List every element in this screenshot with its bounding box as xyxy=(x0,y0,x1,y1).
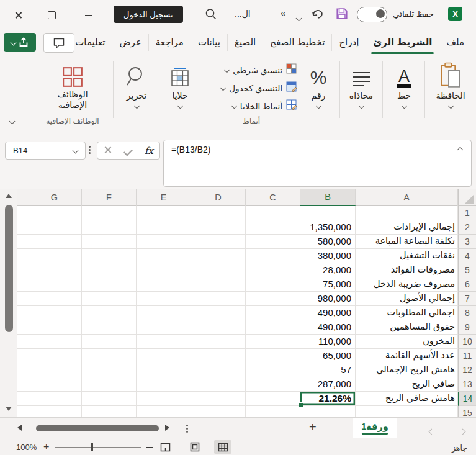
row-header-12[interactable]: 12 xyxy=(458,363,476,377)
cell-D7[interactable] xyxy=(191,292,246,306)
maximize-window-button[interactable] xyxy=(45,8,58,22)
cell-C14[interactable] xyxy=(246,392,300,406)
cell-F11[interactable] xyxy=(82,349,137,363)
row-header-11[interactable]: 11 xyxy=(458,349,476,363)
cell-G13[interactable] xyxy=(27,377,82,392)
cell-B15[interactable] xyxy=(300,406,356,417)
cell-A10[interactable]: المخزون xyxy=(356,335,458,349)
cell-G12[interactable] xyxy=(27,363,82,377)
cell-E6[interactable] xyxy=(137,277,191,292)
cell-G14[interactable] xyxy=(27,392,82,406)
cell-G15[interactable] xyxy=(27,406,82,417)
collapse-formula-bar-button[interactable] xyxy=(457,147,464,153)
cell-H15[interactable] xyxy=(17,406,27,417)
cell-A2[interactable]: إجمالي الإيرادات xyxy=(356,220,458,235)
ribbon-tab-7[interactable]: عرض xyxy=(112,34,148,51)
column-header-E[interactable]: E xyxy=(137,189,191,206)
page-layout-button[interactable] xyxy=(186,440,204,454)
cell-D11[interactable] xyxy=(191,349,246,363)
cell-A11[interactable]: عدد الأسهم القائمة xyxy=(356,349,458,363)
cell-H10[interactable] xyxy=(17,335,27,349)
cell-B5[interactable]: 28,000 xyxy=(300,263,356,277)
column-header-A[interactable]: A xyxy=(356,189,458,206)
undo-button[interactable] xyxy=(310,7,324,22)
select-all-button[interactable] xyxy=(458,189,476,206)
cell-G10[interactable] xyxy=(27,335,82,349)
sheet-tab[interactable]: ورقة1 xyxy=(353,418,397,438)
cell-C10[interactable] xyxy=(246,335,300,349)
cell-B3[interactable]: 580,000 xyxy=(300,235,356,249)
cell-E3[interactable] xyxy=(137,235,191,249)
cell-C4[interactable] xyxy=(246,249,300,263)
column-header-C[interactable]: C xyxy=(246,189,300,206)
cell-G1[interactable] xyxy=(27,206,82,220)
cell-B14[interactable]: 21.26% xyxy=(300,392,356,406)
sheet-options-dots[interactable] xyxy=(186,423,188,436)
cancel-button[interactable] xyxy=(104,145,112,156)
cell-A8[interactable]: اجمالي المطلوبات xyxy=(356,306,458,320)
cell-E12[interactable] xyxy=(137,363,191,377)
cell-F15[interactable] xyxy=(82,406,137,417)
document-title[interactable]: ال... xyxy=(235,9,251,19)
cell-H13[interactable] xyxy=(17,377,27,392)
cell-A12[interactable]: هامش الربح الإجمالي xyxy=(356,363,458,377)
cell-F3[interactable] xyxy=(82,235,137,249)
cell-G8[interactable] xyxy=(27,306,82,320)
cell-G5[interactable] xyxy=(27,263,82,277)
cell-B1[interactable] xyxy=(300,206,356,220)
cell-F9[interactable] xyxy=(82,320,137,335)
horizontal-scrollbar-thumb[interactable] xyxy=(36,425,159,431)
excel-app-icon[interactable]: X xyxy=(448,7,462,21)
page-break-preview-button[interactable] xyxy=(156,440,174,454)
cell-A4[interactable]: نفقات التشغيل xyxy=(356,249,458,263)
cell-E14[interactable] xyxy=(137,392,191,406)
editing-group-button[interactable]: تحرير xyxy=(117,58,156,108)
styles-item-1[interactable]: التنسيق كجدول xyxy=(206,79,297,97)
cell-G4[interactable] xyxy=(27,249,82,263)
previous-sheet-button[interactable] xyxy=(429,425,434,436)
cell-E7[interactable] xyxy=(137,292,191,306)
cell-G2[interactable] xyxy=(27,220,82,235)
cell-B2[interactable]: 1,350,000 xyxy=(300,220,356,235)
addins-group-button[interactable]: الوظائف الإضافية xyxy=(36,58,109,110)
cell-A9[interactable]: حقوق المساهمين xyxy=(356,320,458,335)
zoom-out-button[interactable] xyxy=(146,447,153,448)
cell-B6[interactable]: 75,000 xyxy=(300,277,356,292)
more-toolbar-commands[interactable]: « xyxy=(281,7,285,18)
vertical-scrollbar[interactable] xyxy=(0,189,17,417)
ribbon-display-options-button[interactable] xyxy=(10,115,14,126)
cell-A3[interactable]: تكلفة البضاعة المباعة xyxy=(356,235,458,249)
normal-view-button[interactable] xyxy=(214,440,231,454)
cell-C3[interactable] xyxy=(246,235,300,249)
hscroll-left-icon[interactable] xyxy=(17,425,22,431)
cell-H5[interactable] xyxy=(17,263,27,277)
ribbon-tab-3[interactable]: تخطيط الصفح xyxy=(263,34,332,51)
column-header-G[interactable]: G xyxy=(27,189,82,206)
cell-A1[interactable] xyxy=(356,206,458,220)
cell-B9[interactable]: 490,000 xyxy=(300,320,356,335)
comments-button[interactable] xyxy=(43,33,74,53)
cell-D10[interactable] xyxy=(191,335,246,349)
row-header-8[interactable]: 8 xyxy=(458,306,476,320)
cell-H2[interactable] xyxy=(17,220,27,235)
cell-E4[interactable] xyxy=(137,249,191,263)
row-header-4[interactable]: 4 xyxy=(458,249,476,263)
cell-E9[interactable] xyxy=(137,320,191,335)
cell-C12[interactable] xyxy=(246,363,300,377)
cell-D5[interactable] xyxy=(191,263,246,277)
cell-H9[interactable] xyxy=(17,320,27,335)
cell-B4[interactable]: 380,000 xyxy=(300,249,356,263)
clipboard-group-button[interactable]: الحافظة xyxy=(427,58,474,108)
number-group-button[interactable]: % رقم xyxy=(299,58,338,108)
cell-C15[interactable] xyxy=(246,406,300,417)
ribbon-tab-6[interactable]: مراجعة xyxy=(149,34,191,51)
cell-F1[interactable] xyxy=(82,206,137,220)
save-button[interactable] xyxy=(335,7,349,23)
cell-E15[interactable] xyxy=(137,406,191,417)
cell-E10[interactable] xyxy=(137,335,191,349)
cells-group-button[interactable]: خلايا xyxy=(160,58,200,108)
cell-D6[interactable] xyxy=(191,277,246,292)
cell-A13[interactable]: صافي الربح xyxy=(356,377,458,392)
cell-H11[interactable] xyxy=(17,349,27,363)
cell-E8[interactable] xyxy=(137,306,191,320)
